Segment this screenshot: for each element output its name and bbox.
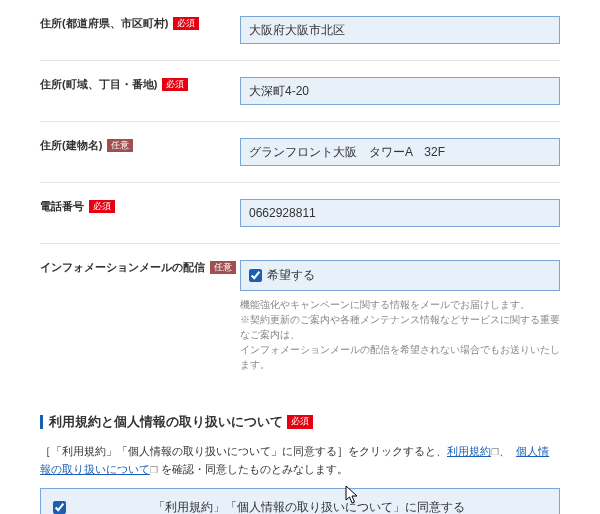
terms-link[interactable]: 利用規約 — [447, 445, 491, 457]
required-badge: 必須 — [162, 78, 188, 92]
label-infomail: インフォメーションメールの配信 — [40, 260, 205, 275]
label-address-bldg: 住所(建物名) — [40, 138, 102, 153]
address-pref-input[interactable] — [240, 16, 560, 44]
terms-description: ［「利用規約」「個人情報の取り扱いについて」に同意する］をクリックすると、利用規… — [40, 443, 560, 478]
required-badge: 必須 — [89, 200, 115, 214]
infomail-note: 機能強化やキャンペーンに関する情報をメールでお届けします。 — [240, 297, 560, 312]
infomail-checkbox[interactable] — [249, 269, 262, 282]
label-phone: 電話番号 — [40, 199, 84, 214]
label-address-town: 住所(町域、丁目・番地) — [40, 77, 157, 92]
infomail-opt-label: 希望する — [267, 267, 315, 284]
optional-badge: 任意 — [210, 261, 236, 275]
agree-box: 「利用規約」「個人情報の取り扱いについて」に同意する — [40, 488, 560, 514]
external-link-icon: ❐ — [150, 465, 158, 475]
external-link-icon: ❐ — [491, 447, 499, 457]
required-badge: 必須 — [287, 415, 313, 429]
optional-badge: 任意 — [107, 139, 133, 153]
required-badge: 必須 — [173, 17, 199, 31]
infomail-note: ※契約更新のご案内や各種メンテナンス情報などサービスに関する重要なご案内は、 — [240, 312, 560, 342]
agree-checkbox[interactable] — [53, 501, 66, 514]
address-bldg-input[interactable] — [240, 138, 560, 166]
terms-section-title: 利用規約と個人情報の取り扱いについて — [49, 413, 283, 431]
infomail-note: インフォメーションメールの配信を希望されない場合でもお送りいたします。 — [240, 342, 560, 372]
label-address-pref: 住所(都道府県、市区町村) — [40, 16, 168, 31]
section-bar-icon — [40, 415, 43, 429]
address-town-input[interactable] — [240, 77, 560, 105]
phone-input[interactable] — [240, 199, 560, 227]
agree-label: 「利用規約」「個人情報の取り扱いについて」に同意する — [71, 499, 547, 514]
